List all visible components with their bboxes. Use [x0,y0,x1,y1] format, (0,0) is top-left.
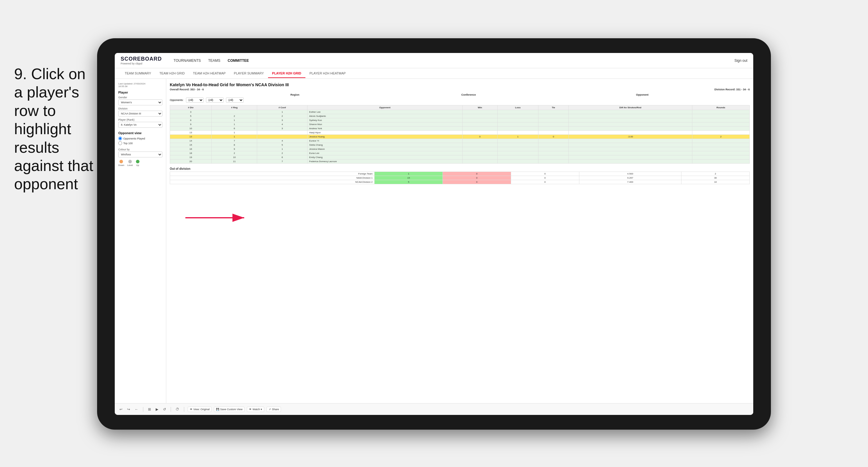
opponent-filter[interactable]: (All) [226,97,244,103]
watch-button[interactable]: 👁 Watch ▾ [247,407,264,412]
opponent-view-section: Opponent view Opponents Played Top 100 [118,131,162,145]
table-row[interactable]: 1063Andrea York [170,127,750,131]
top-nav: SCOREBOARD Powered by clippd TOURNAMENTS… [115,53,753,68]
table-row[interactable]: 31Esther Lee [170,110,750,114]
opponent-view-title: Opponent view [118,131,162,135]
colour-level: Level [127,160,133,166]
refresh-icon[interactable]: ↺ [162,407,167,412]
sign-out-button[interactable]: Sign out [735,59,747,63]
save-custom-button[interactable]: 💾 Save Custom View [214,407,245,412]
tablet-frame: SCOREBOARD Powered by clippd TOURNAMENTS… [97,38,771,430]
table-header-row: # Div # Reg # Conf Opponent Win Loss Tie… [170,105,750,110]
conference-filter[interactable]: (All) [206,97,224,103]
colour-by-dropdown[interactable]: Win/loss [118,152,162,157]
tablet-screen: SCOREBOARD Powered by clippd TOURNAMENTS… [115,53,753,415]
table-row[interactable]: 20117Federica Domecq Lacroze [170,159,750,164]
th-loss: Loss [497,105,538,110]
sub-nav: TEAM SUMMARY TEAM H2H GRID TEAM H2H HEAT… [115,68,753,79]
filter-headers: Region Conference Opponent [170,93,750,96]
redo-icon[interactable]: ↪ [126,407,131,412]
share-button[interactable]: ↗ Share [267,407,281,412]
share-icon: ↗ [269,408,271,411]
th-reg: # Reg [212,105,257,110]
play-icon[interactable]: ▶ [154,407,159,412]
filter-row: Opponents: (All) (All) (All) [170,97,750,103]
conference-header: Conference [384,93,552,96]
table-row[interactable]: 131Jessica Huang010-3.002 [170,135,750,139]
tab-player-summary[interactable]: PLAYER SUMMARY [230,69,268,78]
th-opponent: Opponent [307,105,462,110]
gender-label: Gender [118,96,162,99]
ood-table: Foreign Team1004.5002NAIA Division 11500… [170,172,750,184]
ood-table-row[interactable]: Foreign Team1004.5002 [170,172,750,176]
toolbar-sep-3 [184,407,184,412]
region-filter[interactable]: (All) [186,97,204,103]
table-row[interactable]: 1585Stella Chang [170,143,750,147]
tab-player-h2h-grid[interactable]: PLAYER H2H GRID [268,69,305,78]
tab-player-h2h-heatmap[interactable]: PLAYER H2H HEATMAP [305,69,350,78]
grid-table: # Div # Reg # Conf Opponent Win Loss Tie… [170,105,750,164]
tab-team-summary[interactable]: TEAM SUMMARY [121,69,155,78]
sidebar-player-title: Player [118,91,162,94]
ood-table-row[interactable]: NCAA Division 25007.40010 [170,180,750,184]
logo-sub: Powered by clippd [121,62,162,65]
clock-icon[interactable]: ⏱ [175,407,180,412]
record-row: Overall Record: 353 - 34 - 6 Division Re… [170,88,750,91]
data-area: Katelyn Vo Head-to-Head Grid for Women's… [166,79,753,403]
division-dropdown[interactable]: NCAA Division III [118,111,162,117]
nav-committee[interactable]: COMMITTEE [228,57,249,64]
step-number: 9. [14,65,27,83]
colour-indicators: Down Level Up [118,160,162,166]
opponents-played-radio[interactable]: Opponents Played [118,136,162,141]
table-row[interactable]: 613Sydney Kuo [170,118,750,122]
toolbar-sep-1 [143,407,143,412]
out-of-division: Out of division Foreign Team1004.5002NAI… [170,167,750,184]
tab-team-h2h-grid[interactable]: TEAM H2H GRID [155,69,189,78]
view-original-button[interactable]: 👁 View: Original [188,407,212,412]
save-icon: 💾 [216,408,219,411]
table-row[interactable]: 1822Euna Lee [170,151,750,155]
opponents-filter-label: Opponents: [170,99,184,101]
grid-icon[interactable]: ⊞ [147,407,152,412]
nav-tournaments[interactable]: TOURNAMENTS [174,57,201,64]
opponent-view-options: Opponents Played Top 100 [118,136,162,145]
instruction-body: Click on a player's row to highlight res… [14,65,93,192]
table-row[interactable]: 522Alexis Sudjianto [170,114,750,118]
colour-dot-up [136,160,140,163]
table-row[interactable]: 914Sharon Mun [170,122,750,127]
nav-teams[interactable]: TEAMS [208,57,220,64]
colour-down: Down [118,160,124,166]
th-div: # Div [170,105,212,110]
timestamp: Last Updated: 27/03/2024 16:55:38 [118,83,162,88]
grid-title: Katelyn Vo Head-to-Head Grid for Women's… [170,83,750,87]
gender-dropdown[interactable]: Women's [118,99,162,105]
table-row[interactable]: 1474Eunice Yi [170,139,750,143]
ood-title: Out of division [170,167,750,170]
logo-area: SCOREBOARD Powered by clippd [121,56,162,65]
player-rank-label: Player (Rank) [118,118,162,121]
undo-icon[interactable]: ↩ [118,407,124,412]
sidebar: Last Updated: 27/03/2024 16:55:38 Player… [115,79,166,403]
player-rank-dropdown[interactable]: 8. Katelyn Vo [118,122,162,128]
eye-icon: 👁 [190,408,192,411]
bottom-toolbar: ↩ ↪ ← ⊞ ▶ ↺ ⏱ 👁 View: Original 💾 Save Cu… [115,403,753,415]
colour-dot-level [128,160,132,163]
th-tie: Tie [538,105,569,110]
tab-team-h2h-heatmap[interactable]: TEAM H2H HEATMAP [189,69,230,78]
colour-dot-down [120,160,123,163]
th-diff: Diff Av Strokes/Rnd [568,105,692,110]
toolbar-sep-2 [170,407,171,412]
colour-by-section: Colour by Win/loss [118,148,162,157]
back-icon[interactable]: ← [133,407,140,412]
division-label: Division [118,107,162,110]
table-row[interactable]: 19106Emily Chang [170,155,750,159]
ood-table-row[interactable]: NAIA Division 115009.26730 [170,176,750,180]
colour-up: Up [136,160,140,166]
th-win: Win [463,105,498,110]
top-100-radio[interactable]: Top 100 [118,141,162,145]
table-row[interactable]: 1691Jessica Mason [170,147,750,151]
table-row[interactable]: 131Haeji Hyun [170,131,750,135]
th-rounds: Rounds [692,105,749,110]
instruction-text: 9. Click on a player's row to highlight … [14,65,94,193]
division-record: Division Record: 331 - 34 - 6 [714,88,750,91]
